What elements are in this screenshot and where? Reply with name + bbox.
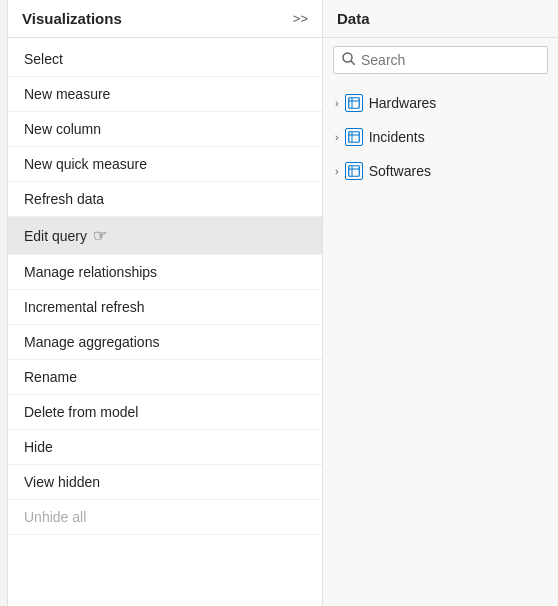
menu-list: SelectNew measureNew columnNew quick mea… xyxy=(8,38,322,606)
right-panel-header: Data xyxy=(323,0,558,38)
left-panel-header: Visualizations >> xyxy=(8,0,322,38)
chevron-right-icon: › xyxy=(335,165,339,177)
svg-rect-8 xyxy=(348,166,359,177)
side-strip xyxy=(0,0,8,606)
left-panel: Visualizations >> SelectNew measureNew c… xyxy=(8,0,323,606)
menu-item-label-delete-from-model: Delete from model xyxy=(24,404,138,420)
chevron-right-icon: › xyxy=(335,97,339,109)
data-item-softwares[interactable]: › Softwares xyxy=(323,154,558,188)
table-icon xyxy=(345,94,363,112)
data-items-list: › Hardwares› Incidents› Softwares xyxy=(323,82,558,192)
search-box[interactable] xyxy=(333,46,548,74)
expand-icon[interactable]: >> xyxy=(293,11,308,26)
menu-item-refresh-data[interactable]: Refresh data xyxy=(8,182,322,217)
search-input[interactable] xyxy=(361,52,539,68)
menu-item-label-rename: Rename xyxy=(24,369,77,385)
menu-item-label-hide: Hide xyxy=(24,439,53,455)
menu-item-new-measure[interactable]: New measure xyxy=(8,77,322,112)
menu-item-label-manage-relationships: Manage relationships xyxy=(24,264,157,280)
menu-item-label-refresh-data: Refresh data xyxy=(24,191,104,207)
menu-item-label-new-quick-measure: New quick measure xyxy=(24,156,147,172)
table-icon xyxy=(345,162,363,180)
visualizations-title: Visualizations xyxy=(22,10,122,27)
menu-item-label-select: Select xyxy=(24,51,63,67)
menu-item-label-manage-aggregations: Manage aggregations xyxy=(24,334,159,350)
menu-item-label-edit-query: Edit query xyxy=(24,228,87,244)
menu-item-edit-query[interactable]: Edit query☞ xyxy=(8,217,322,255)
menu-item-select[interactable]: Select xyxy=(8,42,322,77)
menu-item-rename[interactable]: Rename xyxy=(8,360,322,395)
menu-item-new-column[interactable]: New column xyxy=(8,112,322,147)
data-item-hardwares[interactable]: › Hardwares xyxy=(323,86,558,120)
data-item-label-incidents: Incidents xyxy=(369,129,425,145)
menu-item-new-quick-measure[interactable]: New quick measure xyxy=(8,147,322,182)
menu-item-label-unhide-all: Unhide all xyxy=(24,509,86,525)
svg-rect-2 xyxy=(348,98,359,109)
menu-item-unhide-all: Unhide all xyxy=(8,500,322,535)
menu-item-label-incremental-refresh: Incremental refresh xyxy=(24,299,145,315)
table-icon xyxy=(345,128,363,146)
search-icon xyxy=(342,52,355,68)
menu-item-incremental-refresh[interactable]: Incremental refresh xyxy=(8,290,322,325)
menu-item-label-new-column: New column xyxy=(24,121,101,137)
cursor-hand-icon: ☞ xyxy=(93,226,107,245)
chevron-right-icon: › xyxy=(335,131,339,143)
svg-line-1 xyxy=(351,61,355,65)
menu-item-delete-from-model[interactable]: Delete from model xyxy=(8,395,322,430)
menu-item-label-view-hidden: View hidden xyxy=(24,474,100,490)
right-panel: Data › Hardwares› Incidents› Softwares xyxy=(323,0,558,606)
menu-item-view-hidden[interactable]: View hidden xyxy=(8,465,322,500)
data-item-label-softwares: Softwares xyxy=(369,163,431,179)
menu-item-label-new-measure: New measure xyxy=(24,86,110,102)
data-item-incidents[interactable]: › Incidents xyxy=(323,120,558,154)
data-item-label-hardwares: Hardwares xyxy=(369,95,437,111)
menu-item-hide[interactable]: Hide xyxy=(8,430,322,465)
menu-item-manage-relationships[interactable]: Manage relationships xyxy=(8,255,322,290)
data-title: Data xyxy=(337,10,370,27)
menu-item-manage-aggregations[interactable]: Manage aggregations xyxy=(8,325,322,360)
svg-rect-5 xyxy=(348,132,359,143)
